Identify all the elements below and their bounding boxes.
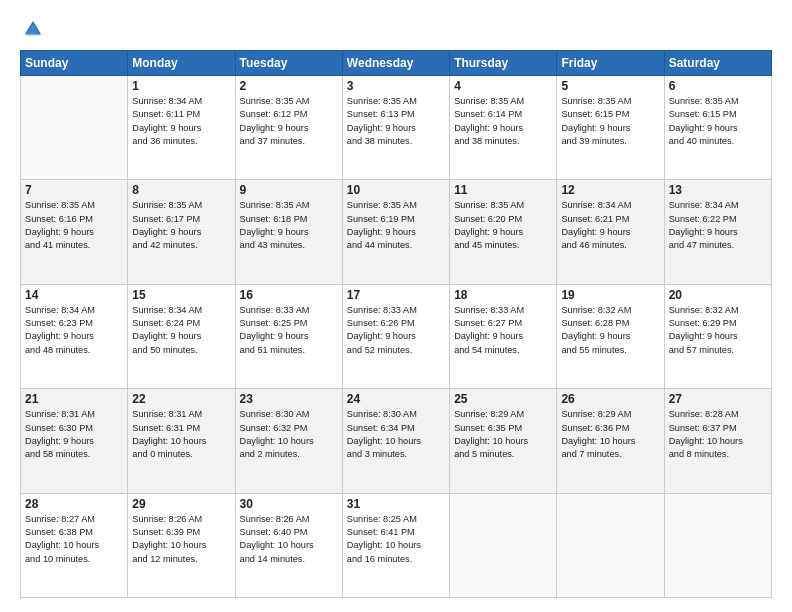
calendar-cell: 16Sunrise: 8:33 AM Sunset: 6:25 PM Dayli… (235, 284, 342, 388)
weekday-sunday: Sunday (21, 51, 128, 76)
day-number: 21 (25, 392, 123, 406)
calendar-cell: 15Sunrise: 8:34 AM Sunset: 6:24 PM Dayli… (128, 284, 235, 388)
day-number: 6 (669, 79, 767, 93)
page: SundayMondayTuesdayWednesdayThursdayFrid… (0, 0, 792, 612)
cell-text: Sunrise: 8:25 AM Sunset: 6:41 PM Dayligh… (347, 513, 445, 566)
calendar-cell: 28Sunrise: 8:27 AM Sunset: 6:38 PM Dayli… (21, 493, 128, 597)
calendar-cell: 10Sunrise: 8:35 AM Sunset: 6:19 PM Dayli… (342, 180, 449, 284)
weekday-monday: Monday (128, 51, 235, 76)
cell-text: Sunrise: 8:30 AM Sunset: 6:32 PM Dayligh… (240, 408, 338, 461)
day-number: 22 (132, 392, 230, 406)
calendar-cell: 9Sunrise: 8:35 AM Sunset: 6:18 PM Daylig… (235, 180, 342, 284)
calendar-cell: 7Sunrise: 8:35 AM Sunset: 6:16 PM Daylig… (21, 180, 128, 284)
calendar-cell: 17Sunrise: 8:33 AM Sunset: 6:26 PM Dayli… (342, 284, 449, 388)
day-number: 30 (240, 497, 338, 511)
cell-text: Sunrise: 8:33 AM Sunset: 6:27 PM Dayligh… (454, 304, 552, 357)
day-number: 14 (25, 288, 123, 302)
day-number: 16 (240, 288, 338, 302)
cell-text: Sunrise: 8:35 AM Sunset: 6:15 PM Dayligh… (669, 95, 767, 148)
calendar-cell: 2Sunrise: 8:35 AM Sunset: 6:12 PM Daylig… (235, 76, 342, 180)
cell-text: Sunrise: 8:35 AM Sunset: 6:12 PM Dayligh… (240, 95, 338, 148)
cell-text: Sunrise: 8:33 AM Sunset: 6:26 PM Dayligh… (347, 304, 445, 357)
cell-text: Sunrise: 8:31 AM Sunset: 6:30 PM Dayligh… (25, 408, 123, 461)
cell-text: Sunrise: 8:30 AM Sunset: 6:34 PM Dayligh… (347, 408, 445, 461)
calendar-cell (557, 493, 664, 597)
cell-text: Sunrise: 8:26 AM Sunset: 6:40 PM Dayligh… (240, 513, 338, 566)
calendar-table: SundayMondayTuesdayWednesdayThursdayFrid… (20, 50, 772, 598)
calendar-cell: 29Sunrise: 8:26 AM Sunset: 6:39 PM Dayli… (128, 493, 235, 597)
day-number: 1 (132, 79, 230, 93)
day-number: 7 (25, 183, 123, 197)
day-number: 27 (669, 392, 767, 406)
day-number: 20 (669, 288, 767, 302)
cell-text: Sunrise: 8:35 AM Sunset: 6:16 PM Dayligh… (25, 199, 123, 252)
day-number: 15 (132, 288, 230, 302)
cell-text: Sunrise: 8:35 AM Sunset: 6:14 PM Dayligh… (454, 95, 552, 148)
day-number: 18 (454, 288, 552, 302)
calendar-cell (664, 493, 771, 597)
weekday-thursday: Thursday (450, 51, 557, 76)
day-number: 9 (240, 183, 338, 197)
cell-text: Sunrise: 8:26 AM Sunset: 6:39 PM Dayligh… (132, 513, 230, 566)
day-number: 10 (347, 183, 445, 197)
day-number: 24 (347, 392, 445, 406)
cell-text: Sunrise: 8:27 AM Sunset: 6:38 PM Dayligh… (25, 513, 123, 566)
cell-text: Sunrise: 8:34 AM Sunset: 6:21 PM Dayligh… (561, 199, 659, 252)
cell-text: Sunrise: 8:35 AM Sunset: 6:19 PM Dayligh… (347, 199, 445, 252)
day-number: 26 (561, 392, 659, 406)
calendar-cell: 23Sunrise: 8:30 AM Sunset: 6:32 PM Dayli… (235, 389, 342, 493)
cell-text: Sunrise: 8:33 AM Sunset: 6:25 PM Dayligh… (240, 304, 338, 357)
day-number: 17 (347, 288, 445, 302)
calendar-cell: 12Sunrise: 8:34 AM Sunset: 6:21 PM Dayli… (557, 180, 664, 284)
calendar-cell: 11Sunrise: 8:35 AM Sunset: 6:20 PM Dayli… (450, 180, 557, 284)
day-number: 5 (561, 79, 659, 93)
day-number: 25 (454, 392, 552, 406)
calendar-cell: 21Sunrise: 8:31 AM Sunset: 6:30 PM Dayli… (21, 389, 128, 493)
weekday-wednesday: Wednesday (342, 51, 449, 76)
cell-text: Sunrise: 8:35 AM Sunset: 6:17 PM Dayligh… (132, 199, 230, 252)
calendar-cell (450, 493, 557, 597)
day-number: 13 (669, 183, 767, 197)
week-row-4: 21Sunrise: 8:31 AM Sunset: 6:30 PM Dayli… (21, 389, 772, 493)
day-number: 8 (132, 183, 230, 197)
calendar-cell: 26Sunrise: 8:29 AM Sunset: 6:36 PM Dayli… (557, 389, 664, 493)
weekday-tuesday: Tuesday (235, 51, 342, 76)
cell-text: Sunrise: 8:34 AM Sunset: 6:24 PM Dayligh… (132, 304, 230, 357)
cell-text: Sunrise: 8:29 AM Sunset: 6:35 PM Dayligh… (454, 408, 552, 461)
calendar-cell: 14Sunrise: 8:34 AM Sunset: 6:23 PM Dayli… (21, 284, 128, 388)
day-number: 23 (240, 392, 338, 406)
cell-text: Sunrise: 8:35 AM Sunset: 6:18 PM Dayligh… (240, 199, 338, 252)
calendar-cell: 30Sunrise: 8:26 AM Sunset: 6:40 PM Dayli… (235, 493, 342, 597)
calendar-cell: 19Sunrise: 8:32 AM Sunset: 6:28 PM Dayli… (557, 284, 664, 388)
day-number: 3 (347, 79, 445, 93)
cell-text: Sunrise: 8:35 AM Sunset: 6:15 PM Dayligh… (561, 95, 659, 148)
calendar-cell: 18Sunrise: 8:33 AM Sunset: 6:27 PM Dayli… (450, 284, 557, 388)
calendar-cell: 3Sunrise: 8:35 AM Sunset: 6:13 PM Daylig… (342, 76, 449, 180)
calendar-cell: 31Sunrise: 8:25 AM Sunset: 6:41 PM Dayli… (342, 493, 449, 597)
cell-text: Sunrise: 8:34 AM Sunset: 6:22 PM Dayligh… (669, 199, 767, 252)
calendar-cell: 4Sunrise: 8:35 AM Sunset: 6:14 PM Daylig… (450, 76, 557, 180)
day-number: 29 (132, 497, 230, 511)
logo-icon (22, 18, 44, 40)
calendar-cell (21, 76, 128, 180)
cell-text: Sunrise: 8:31 AM Sunset: 6:31 PM Dayligh… (132, 408, 230, 461)
logo (20, 18, 44, 40)
day-number: 31 (347, 497, 445, 511)
header (20, 18, 772, 40)
calendar-cell: 8Sunrise: 8:35 AM Sunset: 6:17 PM Daylig… (128, 180, 235, 284)
calendar-cell: 22Sunrise: 8:31 AM Sunset: 6:31 PM Dayli… (128, 389, 235, 493)
cell-text: Sunrise: 8:35 AM Sunset: 6:20 PM Dayligh… (454, 199, 552, 252)
cell-text: Sunrise: 8:28 AM Sunset: 6:37 PM Dayligh… (669, 408, 767, 461)
day-number: 19 (561, 288, 659, 302)
calendar-cell: 13Sunrise: 8:34 AM Sunset: 6:22 PM Dayli… (664, 180, 771, 284)
calendar-cell: 27Sunrise: 8:28 AM Sunset: 6:37 PM Dayli… (664, 389, 771, 493)
calendar-cell: 20Sunrise: 8:32 AM Sunset: 6:29 PM Dayli… (664, 284, 771, 388)
cell-text: Sunrise: 8:34 AM Sunset: 6:23 PM Dayligh… (25, 304, 123, 357)
calendar-cell: 5Sunrise: 8:35 AM Sunset: 6:15 PM Daylig… (557, 76, 664, 180)
weekday-friday: Friday (557, 51, 664, 76)
week-row-5: 28Sunrise: 8:27 AM Sunset: 6:38 PM Dayli… (21, 493, 772, 597)
cell-text: Sunrise: 8:29 AM Sunset: 6:36 PM Dayligh… (561, 408, 659, 461)
cell-text: Sunrise: 8:35 AM Sunset: 6:13 PM Dayligh… (347, 95, 445, 148)
week-row-1: 1Sunrise: 8:34 AM Sunset: 6:11 PM Daylig… (21, 76, 772, 180)
cell-text: Sunrise: 8:34 AM Sunset: 6:11 PM Dayligh… (132, 95, 230, 148)
